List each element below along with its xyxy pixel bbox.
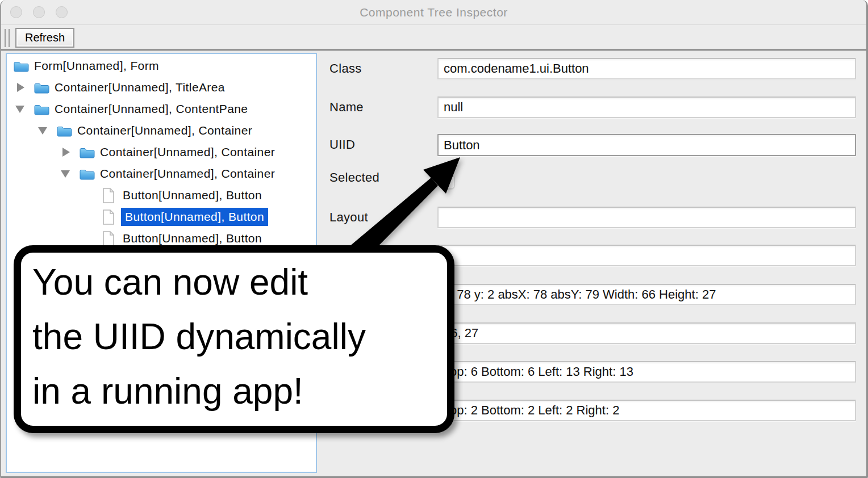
constraint-field[interactable] [437,245,856,266]
tree-row[interactable]: Container[Unnamed], ContentPane [7,98,316,120]
callout-line: You can now edit [32,255,447,309]
callout-line: the UIID dynamically [32,309,447,364]
folder-icon [34,103,50,115]
tree-row[interactable]: Button[Unnamed], Button [7,185,316,206]
tree-item-label: Button[Unnamed], Button [123,232,262,245]
class-label: Class [329,58,362,79]
tree-row[interactable]: Container[Unnamed], Container [7,120,316,141]
tree-item-label: Button[Unnamed], Button [121,208,268,226]
folder-icon [80,167,95,180]
bounds-field[interactable] [437,284,856,305]
tree-row[interactable]: Container[Unnamed], Container [7,141,316,163]
disclosure-collapsed-icon[interactable] [14,83,34,92]
disclosure-expanded-icon[interactable] [59,170,80,178]
tree-item-label: Container[Unnamed], ContentPane [55,102,248,116]
tree-row[interactable]: Container[Unnamed], Container [7,163,316,185]
tree-row[interactable]: Form[Unnamed], Form [7,55,316,77]
title-bar: Component Tree Inspector [1,0,866,25]
window-title: Component Tree Inspector [1,0,866,25]
callout-line: in a running app! [32,364,447,418]
tree-item-label: Button[Unnamed], Button [123,188,262,202]
tree-item-label: Container[Unnamed], TitleArea [55,81,225,94]
margin-field[interactable] [437,400,856,421]
uiid-field[interactable] [437,134,856,156]
class-field[interactable] [437,58,856,79]
tree-item-label: Container[Unnamed], Container [77,124,252,137]
toolbar-drag-handle-icon[interactable] [5,29,10,47]
tree-item-label: Container[Unnamed], Container [100,145,275,159]
file-icon [102,188,118,203]
name-label: Name [329,97,364,118]
name-field[interactable] [437,97,856,118]
folder-icon [34,81,50,94]
file-icon [102,231,118,246]
disclosure-expanded-icon[interactable] [36,127,57,135]
toolbar: Refresh [1,26,866,51]
tree-item-label: Form[Unnamed], Form [34,59,159,73]
app-window: Component Tree Inspector Refresh Form[Un… [0,0,868,478]
refresh-button[interactable]: Refresh [15,28,74,48]
padding-field[interactable] [437,361,856,383]
folder-icon [80,146,95,158]
disclosure-collapsed-icon[interactable] [59,148,80,157]
folder-icon [57,124,73,137]
folder-icon [14,60,30,72]
tree-row[interactable]: Container[Unnamed], TitleArea [7,77,316,98]
inspector-row-name: Name [317,97,866,118]
callout-bubble: You can now edit the UIID dynamically in… [14,245,454,433]
size-field[interactable] [437,322,856,344]
tree-row-selected[interactable]: Button[Unnamed], Button [7,206,316,228]
tree-item-label: Container[Unnamed], Container [100,167,275,181]
file-icon [102,209,118,225]
inspector-row-class: Class [317,58,866,79]
disclosure-expanded-icon[interactable] [14,106,34,113]
layout-field[interactable] [437,207,856,228]
